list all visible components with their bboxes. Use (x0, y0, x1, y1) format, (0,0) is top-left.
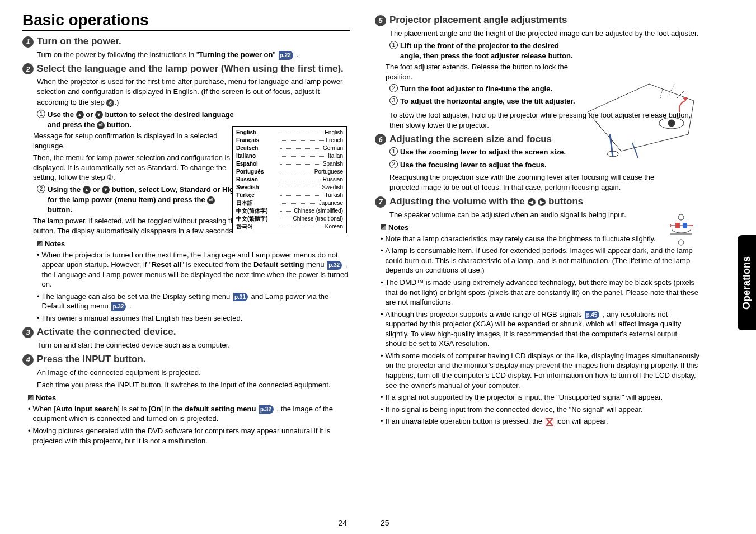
svg-rect-4 (683, 223, 687, 228)
lang-row: FrançaisFrench (236, 137, 343, 144)
note-item: •With some models of computer having LCD… (381, 351, 699, 390)
svg-point-5 (678, 240, 684, 245)
lang-row: 한국어Korean (236, 223, 343, 231)
lang-row: PortuguêsPortuguese (236, 168, 343, 176)
substep-2-1: 1 Use the ▲ or ▼ button to select the de… (37, 110, 241, 130)
step-2-title: Select the language and the lamp power (… (37, 63, 344, 74)
step-7-heading: 7 Adjusting the volume with the ◀ ▶ butt… (375, 196, 699, 208)
step-3-title: Activate the connected device. (37, 326, 176, 338)
x-icon (546, 418, 553, 426)
step-3-heading: 3 Activate the connected device. (22, 326, 350, 338)
notes-heading: Notes (28, 394, 350, 402)
step-num-1: 1 (22, 36, 34, 48)
step-num-5: 5 (375, 15, 386, 26)
step-2-heading: 2 Select the language and the lamp power… (22, 63, 350, 75)
lang-row: EnglishEnglish (236, 129, 343, 137)
right-column: 5 Projector placement angle adjustments … (364, 0, 727, 534)
projector-illustration (576, 62, 705, 162)
enter-icon: ⏎ (207, 196, 215, 204)
svg-rect-3 (675, 223, 680, 228)
note-item: •If an unavailable operation button is p… (381, 416, 699, 427)
step-4-title: Press the INPUT button. (37, 354, 146, 365)
page-number-left: 24 (338, 518, 347, 527)
step-2-body: When the projector is used for the first… (37, 77, 350, 107)
lang-row: 日本語Japanese (236, 199, 343, 207)
note-item: •If a signal not supported by the projec… (381, 392, 699, 402)
page-ref: p.22 (279, 51, 293, 60)
lang-row: RussianRussian (236, 176, 343, 184)
note-item: •A lamp is consumable item. If used for … (381, 246, 699, 275)
notes-icon (37, 241, 43, 246)
note-item: •Note that a lamp characteristics may ra… (381, 234, 699, 244)
note-item: •The DMD™ is made using extremely advanc… (381, 278, 699, 307)
up-icon: ▲ (76, 111, 84, 119)
step-5-title: Projector placement angle adjustments (389, 15, 567, 26)
lang-row: 中文(简体字)Chinese (simplified) (236, 207, 343, 215)
up-icon: ▲ (83, 186, 91, 194)
svg-point-1 (668, 120, 675, 127)
side-tab: Operations (738, 235, 756, 330)
step-6-title: Adjusting the screen size and focus (389, 134, 552, 145)
page-title: Basic operations (22, 11, 350, 31)
left-column: Basic operations 1 Turn on the power. Tu… (0, 0, 364, 534)
step-2-notes: •When the projector is turned on the nex… (37, 250, 350, 324)
enter-icon: ⏎ (97, 121, 105, 129)
down-icon: ▼ (95, 111, 103, 119)
step-1-body: Turn on the power by following the instr… (37, 50, 350, 60)
sub-num-2: 2 (37, 185, 45, 193)
lang-row: ItalianoItalian (236, 152, 343, 160)
right-icon: ▶ (538, 198, 546, 206)
svg-point-2 (678, 214, 684, 220)
lang-row: SwedishSwedish (236, 184, 343, 191)
step-4-notes: •When [Auto input search] is set to [On]… (28, 404, 350, 446)
substep-2-2: 2 Using the ▲ or ▼ button, select Low, S… (37, 185, 241, 216)
step-1-title: Turn on the power. (37, 36, 121, 47)
step-7-title: Adjusting the volume with the ◀ ▶ button… (389, 196, 583, 207)
zoom-lever-illustration (663, 212, 699, 248)
left-icon: ◀ (528, 198, 536, 206)
language-table: EnglishEnglishFrançaisFrenchDeutschGerma… (232, 126, 347, 233)
step-num-7: 7 (375, 196, 386, 208)
step-num-6: 6 (375, 134, 386, 145)
notes-heading: Notes (37, 240, 350, 248)
lang-row: 中文(繁體字)Chinese (traditional) (236, 215, 343, 223)
lang-row: EspañolSpanish (236, 160, 343, 168)
lang-row: DeutschGerman (236, 144, 343, 152)
lang-row: TürkçeTurkish (236, 191, 343, 199)
step-num-4: 4 (22, 354, 34, 366)
sub-num-1: 1 (37, 110, 45, 118)
step-4-heading: 4 Press the INPUT button. (22, 354, 350, 366)
step-1-heading: 1 Turn on the power. (22, 36, 350, 48)
note-item: •If no signal is being input from the co… (381, 405, 699, 415)
step-7-notes: •Note that a lamp characteristics may ra… (381, 234, 699, 427)
step-5-heading: 5 Projector placement angle adjustments (375, 15, 699, 26)
step-num-2: 2 (22, 63, 34, 74)
note-item: •Although this projector supports a wide… (381, 310, 699, 349)
step-num-3: 3 (22, 327, 34, 338)
notes-heading: Notes (381, 223, 699, 232)
page-number-right: 25 (381, 518, 389, 527)
down-icon: ▼ (102, 186, 110, 194)
